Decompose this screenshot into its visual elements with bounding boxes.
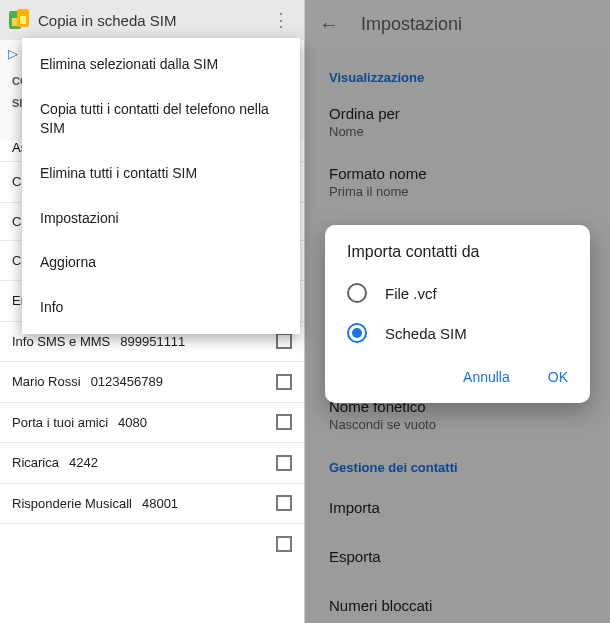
list-item[interactable]: Risponderie Musicall 48001 — [0, 484, 304, 525]
menu-item-settings[interactable]: Impostazioni — [22, 196, 300, 241]
contact-name: Mario Rossi — [12, 374, 81, 389]
menu-item-info[interactable]: Info — [22, 285, 300, 330]
checkbox[interactable] — [276, 495, 292, 511]
radio-icon — [347, 283, 367, 303]
list-item[interactable] — [0, 524, 304, 565]
contact-number: 4242 — [69, 455, 98, 470]
contact-number: 48001 — [142, 496, 178, 511]
list-item[interactable]: Mario Rossi 0123456789 — [0, 362, 304, 403]
ad-play-icon: ▷ — [8, 46, 18, 61]
contact-number: 899951111 — [120, 334, 185, 349]
right-pane: ← Impostazioni Visualizzazione Ordina pe… — [305, 0, 610, 623]
checkbox[interactable] — [276, 333, 292, 349]
menu-item-refresh[interactable]: Aggiorna — [22, 240, 300, 285]
list-item[interactable]: Ricarica 4242 — [0, 443, 304, 484]
import-dialog: Importa contatti da File .vcf Scheda SIM… — [325, 225, 590, 403]
contact-name: Info SMS e MMS — [12, 334, 110, 349]
checkbox[interactable] — [276, 536, 292, 552]
ok-button[interactable]: OK — [540, 363, 576, 391]
svg-rect-3 — [20, 16, 26, 24]
dialog-actions: Annulla OK — [325, 353, 590, 397]
left-app-bar: Copia in scheda SIM ⋮ — [0, 0, 304, 40]
radio-option-file[interactable]: File .vcf — [325, 273, 590, 313]
contact-name: Porta i tuoi amici — [12, 415, 108, 430]
checkbox[interactable] — [276, 414, 292, 430]
contact-number: 4080 — [118, 415, 147, 430]
menu-item-copy-all[interactable]: Copia tutti i contatti del telefono nell… — [22, 87, 300, 151]
radio-option-sim[interactable]: Scheda SIM — [325, 313, 590, 353]
menu-item-delete-selected[interactable]: Elimina selezionati dalla SIM — [22, 42, 300, 87]
left-pane: Copia in scheda SIM ⋮ ▷ ✕ CO SIM Asc Cha… — [0, 0, 305, 623]
contact-name: Risponderie Musicall — [12, 496, 132, 511]
radio-label: Scheda SIM — [385, 325, 467, 342]
overflow-menu: Elimina selezionati dalla SIM Copia tutt… — [22, 38, 300, 334]
dialog-title: Importa contatti da — [325, 243, 590, 273]
list-item[interactable]: Porta i tuoi amici 4080 — [0, 403, 304, 444]
contact-number: 0123456789 — [91, 374, 163, 389]
menu-item-delete-all[interactable]: Elimina tutti i contatti SIM — [22, 151, 300, 196]
contact-name: Ricarica — [12, 455, 59, 470]
checkbox[interactable] — [276, 455, 292, 471]
overflow-menu-icon[interactable]: ⋮ — [266, 9, 296, 31]
radio-icon — [347, 323, 367, 343]
sim-app-icon — [8, 9, 30, 31]
checkbox[interactable] — [276, 374, 292, 390]
cancel-button[interactable]: Annulla — [455, 363, 518, 391]
left-header-title: Copia in scheda SIM — [38, 12, 266, 29]
radio-label: File .vcf — [385, 285, 437, 302]
